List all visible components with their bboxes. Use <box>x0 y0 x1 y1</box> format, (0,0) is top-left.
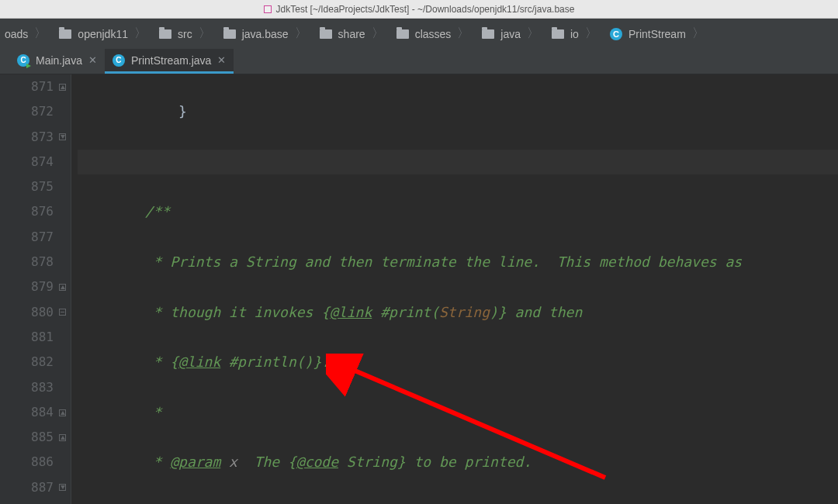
crumb-label: classes <box>415 28 452 40</box>
chevron-right-icon: 〉 <box>692 26 705 42</box>
crumb-label: PrintStream <box>628 28 686 40</box>
code-line: * @param x The {@code String} to be prin… <box>78 450 838 475</box>
crumb-share[interactable]: share〉 <box>315 19 392 50</box>
crumb-java-base[interactable]: java.base〉 <box>219 19 315 50</box>
crumb-label: src <box>178 28 192 40</box>
code-line: /** <box>78 203 170 219</box>
class-icon: C <box>17 54 29 67</box>
chevron-right-icon: 〉 <box>372 26 384 42</box>
crumb-src[interactable]: src〉 <box>154 19 219 50</box>
fold-marker[interactable] <box>55 425 69 450</box>
tab-label: Main.java <box>36 54 82 67</box>
close-icon[interactable]: ✕ <box>88 54 97 66</box>
fold-marker[interactable] <box>55 74 69 99</box>
crumb-oads[interactable]: oads〉 <box>0 19 54 50</box>
code-line: * though it invokes {@link #print(String… <box>78 300 838 325</box>
fold-gutter <box>55 74 69 500</box>
crumb-label: oads <box>5 28 28 40</box>
crumb-printstream[interactable]: C PrintStream〉 <box>605 19 712 50</box>
crumb-label: java.base <box>242 28 289 40</box>
editor-tabs: C Main.java ✕ C PrintStream.java ✕ <box>0 50 838 74</box>
folder-icon <box>159 29 171 39</box>
code-editor[interactable]: 8718728738748758768778788798808818828838… <box>0 74 838 504</box>
chevron-right-icon: 〉 <box>34 26 47 42</box>
folder-icon <box>223 29 236 39</box>
line-gutter[interactable]: 8718728738748758768778788798808818828838… <box>0 74 71 504</box>
window-title: JdkTest [~/IdeaProjects/JdkTest] - ~/Dow… <box>276 4 575 15</box>
chevron-right-icon: 〉 <box>457 26 469 42</box>
fold-marker[interactable] <box>55 274 69 299</box>
chevron-right-icon: 〉 <box>295 26 307 42</box>
code-line: } <box>78 103 187 119</box>
folder-icon <box>396 29 409 39</box>
crumb-label: io <box>570 28 579 40</box>
project-icon <box>264 5 272 13</box>
close-icon[interactable]: ✕ <box>217 54 226 66</box>
window-titlebar: JdkTest [~/IdeaProjects/JdkTest] - ~/Dow… <box>0 0 838 19</box>
code-line: * Prints a String and then terminate the… <box>78 254 742 270</box>
chevron-right-icon: 〉 <box>199 26 211 42</box>
crumb-label: share <box>338 28 365 40</box>
crumb-classes[interactable]: classes〉 <box>392 19 478 50</box>
class-icon: C <box>113 54 125 67</box>
chevron-right-icon: 〉 <box>134 26 147 42</box>
crumb-label: openjdk11 <box>78 28 128 40</box>
tab-printstream-java[interactable]: C PrintStream.java ✕ <box>105 49 234 74</box>
code-line: * <box>78 404 161 420</box>
tab-label: PrintStream.java <box>131 54 211 67</box>
breadcrumb: oads〉 openjdk11〉 src〉 java.base〉 share〉 … <box>0 19 838 50</box>
code-line: * {@link #println()}. <box>78 350 838 375</box>
tab-main-java[interactable]: C Main.java ✕ <box>9 49 105 74</box>
chevron-right-icon: 〉 <box>585 26 597 42</box>
crumb-label: java <box>500 28 521 40</box>
crumb-openjdk11[interactable]: openjdk11〉 <box>54 19 154 50</box>
code-area[interactable]: } /** * Prints a String and then termina… <box>71 74 838 504</box>
fold-marker[interactable] <box>55 400 69 425</box>
fold-marker[interactable] <box>55 475 69 500</box>
folder-icon <box>59 29 71 39</box>
fold-marker[interactable] <box>55 125 69 150</box>
folder-icon <box>320 29 332 39</box>
class-icon: C <box>610 28 622 40</box>
folder-icon <box>482 29 494 39</box>
crumb-java[interactable]: java〉 <box>477 19 547 50</box>
crumb-io[interactable]: io〉 <box>547 19 605 50</box>
fold-marker[interactable] <box>55 300 69 325</box>
folder-icon <box>552 29 564 39</box>
code-line <box>78 150 838 174</box>
chevron-right-icon: 〉 <box>527 26 539 42</box>
